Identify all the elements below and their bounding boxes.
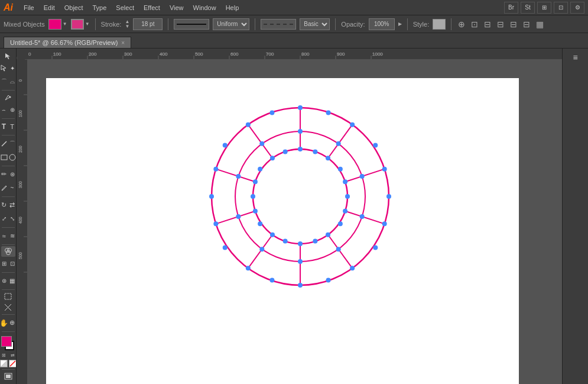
- tool-sep-1: [2, 90, 15, 91]
- swap-colors-btn[interactable]: ⇄: [11, 353, 15, 358]
- reflect-btn[interactable]: ⇄: [8, 199, 16, 212]
- document-tab[interactable]: Untitled-5* @ 66.67% (RGB/Preview) ×: [4, 37, 131, 48]
- selection-tool-btn[interactable]: [1, 51, 15, 61]
- zoom-btn[interactable]: ⊕: [8, 317, 16, 330]
- warp2-btn[interactable]: ≋: [8, 230, 16, 243]
- menu-type[interactable]: Type: [88, 3, 112, 12]
- perspsel-btn[interactable]: ⊡: [8, 257, 16, 270]
- svg-point-68: [298, 283, 303, 288]
- right-panel: ≡: [562, 49, 588, 384]
- search-icon[interactable]: ⚙: [570, 2, 584, 14]
- opacity-input[interactable]: [369, 18, 395, 30]
- svg-rect-11: [17, 49, 562, 59]
- donut-chart[interactable]: [206, 102, 395, 291]
- svg-point-109: [259, 247, 264, 251]
- stroke-spinners[interactable]: ▲ ▼: [125, 20, 129, 29]
- line-btn[interactable]: [0, 137, 8, 150]
- perspective-btn[interactable]: ⊞: [0, 257, 8, 270]
- chart-icon[interactable]: ▦: [535, 20, 545, 29]
- menu-effect[interactable]: Effect: [139, 3, 165, 12]
- menu-object[interactable]: Object: [60, 3, 88, 12]
- svg-point-79: [223, 246, 228, 250]
- menu-file[interactable]: File: [19, 3, 39, 12]
- dash-line-preview[interactable]: [261, 19, 296, 30]
- stroke-value-input[interactable]: [133, 18, 163, 30]
- change-screen-mode-btn[interactable]: [1, 372, 15, 382]
- arrange-icon[interactable]: ⊡: [554, 2, 568, 14]
- panels-btn[interactable]: ≡: [564, 51, 587, 64]
- stroke-line-preview[interactable]: [174, 19, 209, 30]
- stock-icon[interactable]: St: [521, 2, 535, 14]
- svg-point-104: [336, 141, 341, 146]
- curvature-btn[interactable]: ⌢: [0, 104, 8, 117]
- tool-sep-3: [2, 135, 15, 135]
- menu-help[interactable]: Help: [221, 3, 244, 12]
- hand-btn[interactable]: ✋: [0, 317, 8, 330]
- artboard-btn[interactable]: [1, 291, 15, 301]
- svg-point-101: [258, 167, 262, 172]
- opacity-arrow[interactable]: ▶: [398, 21, 402, 27]
- magic-wand-btn[interactable]: ✦: [8, 62, 16, 75]
- svg-text:500: 500: [18, 252, 22, 259]
- symbol-btn[interactable]: ⊛: [0, 275, 8, 288]
- tool-sep-6: [2, 227, 15, 228]
- stroke-swatch[interactable]: [71, 19, 84, 30]
- scale-btn[interactable]: ⤢: [0, 212, 8, 225]
- align-left-icon[interactable]: ⊟: [483, 20, 492, 29]
- fill-swatch[interactable]: [48, 19, 61, 30]
- warp-btn[interactable]: ≈: [0, 230, 8, 243]
- vtype-btn[interactable]: T: [8, 120, 16, 133]
- shear-btn[interactable]: ⤡: [8, 212, 16, 225]
- style-swatch[interactable]: [433, 19, 446, 30]
- artboard-options-icon[interactable]: ⊡: [470, 20, 479, 29]
- menu-select[interactable]: Select: [111, 3, 139, 12]
- pen-pair: ⌢ ⊕: [0, 104, 16, 117]
- recolor-icon[interactable]: ⊕: [457, 20, 466, 29]
- slice-btn[interactable]: [1, 302, 15, 312]
- align-right-icon[interactable]: ⊟: [509, 20, 518, 29]
- svg-rect-10: [6, 375, 11, 378]
- svg-point-107: [336, 247, 341, 251]
- none-btn[interactable]: [9, 360, 17, 367]
- align-center-icon[interactable]: ⊟: [496, 20, 505, 29]
- smooth-btn[interactable]: ~: [8, 182, 16, 195]
- fill-dropdown-arrow[interactable]: ▼: [63, 21, 67, 27]
- shape-builder-btn[interactable]: [1, 246, 15, 256]
- app-logo[interactable]: Ai: [4, 2, 13, 13]
- scale-pair: ⤢ ⤡: [0, 212, 16, 225]
- paintbrush-btn[interactable]: ✏: [0, 168, 8, 181]
- menu-view[interactable]: View: [165, 3, 189, 12]
- svg-text:0: 0: [28, 51, 31, 57]
- svg-point-90: [253, 209, 258, 214]
- rect-btn[interactable]: [0, 151, 8, 164]
- distribute-icon[interactable]: ⊟: [522, 20, 531, 29]
- anchor-btn[interactable]: ⊕: [8, 104, 16, 117]
- pencil-btn[interactable]: [0, 182, 8, 195]
- blob-brush-btn[interactable]: ⊛: [8, 168, 16, 181]
- swap-defaults: ⊠ ⇄: [2, 353, 15, 358]
- menu-edit[interactable]: Edit: [39, 3, 60, 12]
- warp-pair: ≈ ≋: [0, 230, 16, 243]
- svg-line-8: [10, 361, 15, 366]
- stroke-dropdown-arrow[interactable]: ▼: [85, 21, 90, 27]
- stroke-uniform-select[interactable]: Uniform: [213, 18, 249, 30]
- lasso-btn[interactable]: ⌒: [0, 75, 8, 88]
- graph-btn[interactable]: ▦: [8, 275, 16, 288]
- default-colors-btn[interactable]: ⊠: [2, 353, 6, 358]
- bridge-icon[interactable]: Br: [504, 2, 518, 14]
- arc-btn[interactable]: ⌒: [8, 137, 16, 150]
- fill-color-swatch[interactable]: [1, 336, 12, 347]
- pen-btn[interactable]: [1, 92, 15, 102]
- workspace-icon[interactable]: ⊞: [537, 2, 551, 14]
- ellipse-btn[interactable]: [8, 151, 16, 164]
- basic-select[interactable]: Basic: [300, 18, 330, 30]
- main-layout: ✦ ⌒ ⌓ ⌢ ⊕ T: [0, 49, 588, 384]
- direct-select-btn[interactable]: [0, 62, 8, 75]
- gradient-btn[interactable]: [0, 360, 8, 367]
- lasso2-btn[interactable]: ⌓: [8, 75, 16, 88]
- tab-close-button[interactable]: ×: [121, 40, 125, 46]
- svg-point-80: [209, 194, 214, 199]
- type-btn[interactable]: T: [0, 120, 8, 133]
- rotate-btn[interactable]: ↻: [0, 199, 8, 212]
- menu-window[interactable]: Window: [189, 3, 221, 12]
